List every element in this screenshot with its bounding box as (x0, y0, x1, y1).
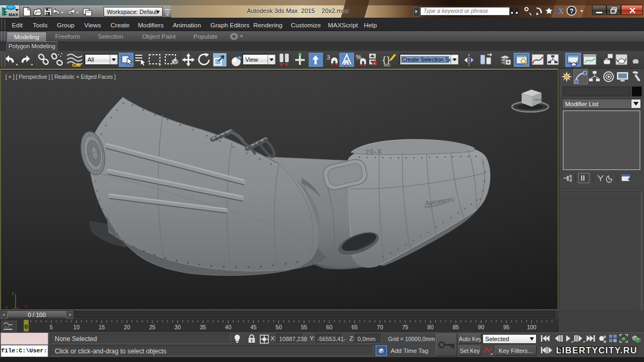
svg-text:75: 75 (402, 324, 408, 330)
svg-text:20: 20 (124, 324, 130, 330)
svg-text:45: 45 (250, 324, 257, 330)
svg-text:20-X: 20-X (365, 147, 382, 156)
svg-text:X: X (558, 7, 564, 16)
svg-text:MAX: MAX (9, 12, 18, 17)
svg-text:25: 25 (149, 324, 156, 330)
svg-text:85: 85 (452, 324, 459, 330)
svg-text:30: 30 (174, 324, 181, 330)
svg-text:x: x (25, 304, 27, 309)
svg-text:3: 3 (327, 54, 330, 61)
svg-text:5: 5 (49, 324, 53, 330)
svg-text:60: 60 (326, 324, 333, 330)
svg-text:90: 90 (478, 324, 485, 330)
svg-text:View: View (245, 56, 258, 63)
svg-text:15: 15 (99, 324, 105, 330)
svg-text:40: 40 (225, 324, 231, 330)
svg-text:0: 0 (25, 323, 28, 330)
svg-text:All: All (87, 56, 94, 63)
svg-text:FRONT: FRONT (534, 98, 543, 101)
svg-text:Modifier List: Modifier List (565, 101, 599, 107)
svg-text:100: 100 (527, 324, 537, 330)
svg-text:65: 65 (352, 324, 358, 330)
svg-text:ABC: ABC (384, 63, 391, 67)
svg-text:95: 95 (503, 324, 510, 330)
svg-text:?: ? (570, 8, 574, 15)
svg-text:Create Selection Se: Create Selection Se (402, 56, 452, 63)
svg-text:y: y (5, 305, 8, 309)
svg-text:55: 55 (301, 324, 308, 330)
svg-text:50: 50 (276, 324, 282, 330)
svg-text:80: 80 (427, 324, 434, 330)
svg-text:70: 70 (377, 324, 383, 330)
svg-text:z: z (12, 291, 14, 296)
svg-text:LE: LE (524, 174, 528, 178)
svg-text:35: 35 (200, 324, 206, 330)
svg-text:10: 10 (74, 324, 80, 330)
